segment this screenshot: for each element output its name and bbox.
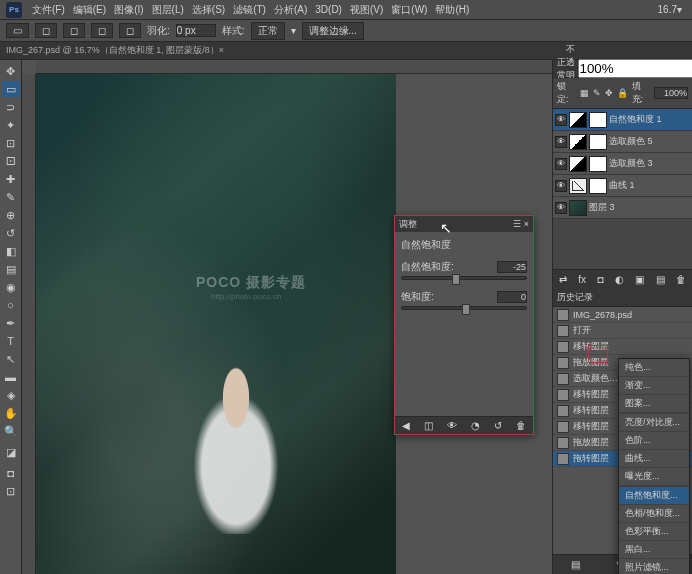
new-layer-icon[interactable]: ▤ — [656, 274, 665, 285]
context-menu-item[interactable]: 色阶... — [619, 432, 689, 450]
mask-icon[interactable]: ◘ — [597, 274, 603, 285]
lock-image-icon[interactable]: ✎ — [593, 88, 601, 98]
path-tool-icon[interactable]: ↖ — [2, 351, 20, 367]
crop-tool-icon[interactable]: ⊡ — [2, 135, 20, 151]
vibrance-input[interactable] — [497, 261, 527, 273]
history-brush-icon[interactable]: ↺ — [2, 225, 20, 241]
link-icon[interactable]: ⇄ — [559, 274, 567, 285]
lasso-tool-icon[interactable]: ⊃ — [2, 99, 20, 115]
fg-bg-colors-icon[interactable]: ◪ — [2, 441, 20, 463]
vibrance-slider[interactable] — [401, 276, 527, 280]
menu-file[interactable]: 文件(F) — [28, 3, 69, 17]
saturation-input[interactable] — [497, 291, 527, 303]
layer-row[interactable]: 👁 选取颜色 3 — [553, 153, 692, 175]
visibility-icon[interactable]: 👁 — [555, 158, 567, 170]
context-menu-item[interactable]: 曝光度... — [619, 468, 689, 486]
selection-new-icon[interactable]: ◻ — [35, 23, 57, 38]
lock-transparency-icon[interactable]: ▦ — [580, 88, 589, 98]
selection-add-icon[interactable]: ◻ — [63, 23, 85, 38]
blur-tool-icon[interactable]: ◉ — [2, 279, 20, 295]
style-select[interactable]: 正常 — [251, 22, 285, 40]
layer-thumb-icon[interactable] — [569, 156, 587, 172]
context-menu-item[interactable]: 色彩平衡... — [619, 523, 689, 541]
fx-icon[interactable]: fx — [578, 274, 586, 285]
context-menu-item[interactable]: 渐变... — [619, 377, 689, 395]
zoom-tool-icon[interactable]: 🔍 — [2, 423, 20, 439]
menu-edit[interactable]: 编辑(E) — [69, 3, 110, 17]
reset-icon[interactable]: ↺ — [494, 420, 502, 431]
visibility-icon[interactable]: 👁 — [555, 136, 567, 148]
saturation-slider[interactable] — [401, 306, 527, 310]
clip-icon[interactable]: ◫ — [424, 420, 433, 431]
layer-mask-icon[interactable] — [589, 178, 607, 194]
refine-edge-button[interactable]: 调整边缘... — [302, 22, 364, 40]
adjustment-icon[interactable]: ◐ — [615, 274, 624, 285]
menu-window[interactable]: 窗口(W) — [387, 3, 431, 17]
context-menu-item[interactable]: 照片滤镜... — [619, 559, 689, 574]
context-menu-item[interactable]: 图案... — [619, 395, 689, 413]
marquee-tool-icon[interactable]: ▭ — [6, 23, 29, 38]
layer-name[interactable]: 选取颜色 3 — [609, 157, 690, 170]
layer-thumb-icon[interactable] — [569, 178, 587, 194]
type-tool-icon[interactable]: T — [2, 333, 20, 349]
layer-thumb-icon[interactable] — [569, 112, 587, 128]
menu-image[interactable]: 图像(I) — [110, 3, 147, 17]
visibility-icon[interactable]: 👁 — [555, 180, 567, 192]
context-menu-item[interactable]: 黑白... — [619, 541, 689, 559]
context-menu-item[interactable]: 亮度/对比度... — [619, 414, 689, 432]
prev-state-icon[interactable]: ◔ — [471, 420, 480, 431]
layer-mask-icon[interactable] — [589, 156, 607, 172]
dodge-tool-icon[interactable]: ○ — [2, 297, 20, 313]
chevron-down-icon[interactable]: ▾ — [677, 4, 682, 15]
visibility-icon[interactable]: 👁 — [555, 114, 567, 126]
layer-row[interactable]: 👁 选取颜色 5 — [553, 131, 692, 153]
feather-input[interactable] — [176, 24, 216, 37]
layer-name[interactable]: 曲线 1 — [609, 179, 690, 192]
group-icon[interactable]: ▣ — [635, 274, 644, 285]
layer-row[interactable]: 👁 自然饱和度 1 — [553, 109, 692, 131]
context-menu-item[interactable]: 曲线... — [619, 450, 689, 468]
lock-all-icon[interactable]: 🔒 — [617, 88, 628, 98]
eraser-tool-icon[interactable]: ◧ — [2, 243, 20, 259]
marquee-tool-icon[interactable]: ▭ — [2, 81, 20, 97]
brush-tool-icon[interactable]: ✎ — [2, 189, 20, 205]
layer-row[interactable]: 👁 曲线 1 — [553, 175, 692, 197]
new-doc-icon[interactable]: ▤ — [571, 559, 580, 570]
layer-name[interactable]: 自然饱和度 1 — [609, 113, 690, 126]
gradient-tool-icon[interactable]: ▤ — [2, 261, 20, 277]
eyedropper-tool-icon[interactable]: ⚀ — [2, 153, 20, 169]
eye-icon[interactable]: 👁 — [447, 420, 457, 431]
adjustments-tab[interactable]: 调整 — [399, 218, 417, 231]
trash-icon[interactable]: 🗑 — [676, 274, 686, 285]
quickmask-icon[interactable]: ◘ — [2, 465, 20, 481]
panel-menu-icon[interactable]: ☰ × — [513, 219, 529, 229]
screenmode-icon[interactable]: ⊡ — [2, 483, 20, 499]
pen-tool-icon[interactable]: ✒ — [2, 315, 20, 331]
shape-tool-icon[interactable]: ▬ — [2, 369, 20, 385]
menu-select[interactable]: 选择(S) — [188, 3, 229, 17]
vertical-ruler[interactable] — [22, 74, 36, 574]
context-menu-item[interactable]: 自然饱和度... — [619, 487, 689, 505]
zoom-value[interactable]: 16.7 — [658, 4, 677, 15]
hand-tool-icon[interactable]: ✋ — [2, 405, 20, 421]
layer-thumb-icon[interactable] — [569, 200, 587, 216]
selection-intersect-icon[interactable]: ◻ — [119, 23, 141, 38]
context-menu-item[interactable]: 色相/饱和度... — [619, 505, 689, 523]
opacity-input[interactable] — [578, 59, 692, 78]
chevron-down-icon[interactable]: ▾ — [291, 25, 296, 36]
menu-analysis[interactable]: 分析(A) — [270, 3, 311, 17]
context-menu-item[interactable]: 纯色... — [619, 359, 689, 377]
document-canvas[interactable]: POCO 摄影专题 http://photo.poco.cn — [36, 74, 396, 574]
horizontal-ruler[interactable] — [36, 60, 552, 74]
layer-row[interactable]: 👁 图层 3 — [553, 197, 692, 219]
wand-tool-icon[interactable]: ✦ — [2, 117, 20, 133]
3d-tool-icon[interactable]: ◈ — [2, 387, 20, 403]
history-tab[interactable]: 历史记录 — [557, 291, 593, 304]
menu-layer[interactable]: 图层(L) — [148, 3, 188, 17]
document-tab[interactable]: IMG_267.psd @ 16.7%（自然饱和度 1, 图层蒙版/8）× — [0, 42, 692, 60]
menu-view[interactable]: 视图(V) — [346, 3, 387, 17]
layer-mask-icon[interactable] — [589, 134, 607, 150]
history-row[interactable]: 移转图层 — [553, 339, 692, 355]
history-snapshot[interactable]: IMG_2678.psd — [553, 307, 692, 323]
selection-sub-icon[interactable]: ◻ — [91, 23, 113, 38]
